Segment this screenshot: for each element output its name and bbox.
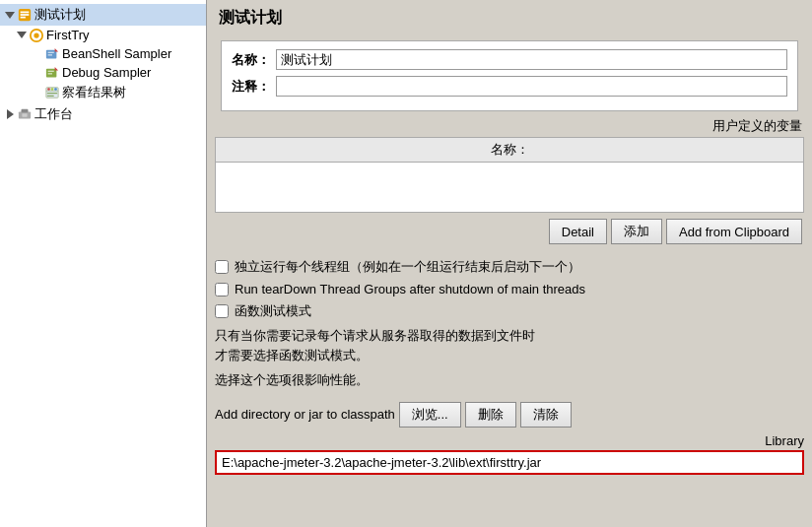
sidebar-item-resulttree-label: 察看结果树 — [62, 84, 126, 101]
svg-point-16 — [47, 88, 50, 91]
delete-button[interactable]: 删除 — [465, 402, 516, 428]
table-body — [216, 163, 803, 212]
plan-icon — [18, 8, 32, 22]
sidebar-item-testplan-label: 测试计划 — [34, 6, 86, 24]
classpath-label: Add directory or jar to classpath — [215, 407, 395, 422]
sidebar-item-beanshell[interactable]: BeanShell Sampler — [0, 44, 206, 63]
library-input[interactable] — [215, 450, 804, 475]
table-header-row: 名称： — [216, 138, 803, 163]
svg-marker-13 — [55, 66, 59, 70]
checkbox-row-1: 独立运行每个线程组（例如在一个组运行结束后启动下一个） — [215, 258, 804, 276]
user-defined-section: 用户定义的变量 名称： Detail 添加 Add from Clipboard — [215, 117, 804, 244]
resulttree-expand-placeholder — [32, 87, 43, 99]
name-label: 名称： — [232, 51, 276, 69]
svg-point-18 — [54, 88, 57, 91]
form-panel: 名称： 注释： — [221, 40, 798, 111]
detail-button[interactable]: Detail — [549, 219, 607, 244]
expand-testplan-icon — [4, 9, 16, 21]
description-text1: 只有当你需要记录每个请求从服务器取得的数据到文件时 才需要选择函数测试模式。 — [215, 326, 804, 364]
description-text3: 选择这个选项很影响性能。 — [215, 370, 804, 390]
svg-point-17 — [51, 88, 54, 91]
beanshell-expand-placeholder — [32, 48, 43, 60]
beanshell-icon — [45, 47, 59, 61]
expand-firsttry-icon — [16, 30, 28, 41]
svg-rect-19 — [47, 93, 58, 94]
checkbox-row-2: Run tearDown Thread Groups after shutdow… — [215, 282, 804, 296]
svg-rect-23 — [22, 113, 27, 117]
add-button[interactable]: 添加 — [611, 219, 662, 244]
user-defined-header: 用户定义的变量 — [215, 117, 804, 135]
svg-rect-1 — [21, 12, 30, 14]
sidebar-item-firsttry-label: FirstTry — [46, 28, 90, 42]
resulttree-icon — [45, 86, 59, 99]
name-input[interactable] — [276, 49, 787, 70]
content-area: 测试计划 名称： 注释： 用户定义的变量 名称： — [207, 0, 812, 527]
name-row: 名称： — [232, 49, 787, 70]
debug-icon — [45, 66, 59, 80]
checkbox-label-2: Run tearDown Thread Groups after shutdow… — [235, 282, 585, 296]
svg-rect-3 — [21, 17, 26, 19]
sidebar-item-testplan[interactable]: 测试计划 — [0, 4, 206, 26]
sidebar-item-resulttree[interactable]: 察看结果树 — [0, 82, 206, 103]
svg-point-5 — [34, 33, 38, 37]
sidebar-item-debug[interactable]: Debug Sampler — [0, 63, 206, 82]
variables-table: 名称： — [215, 137, 804, 213]
checkbox-independent-threads[interactable] — [215, 260, 229, 274]
table-buttons: Detail 添加 Add from Clipboard — [215, 219, 804, 244]
expand-workbench-icon — [4, 108, 16, 120]
sidebar-item-workbench-label: 工作台 — [34, 105, 73, 123]
svg-marker-9 — [55, 47, 59, 51]
page-title: 测试计划 — [219, 8, 800, 29]
sidebar: 测试计划 FirstTry — [0, 0, 207, 527]
svg-rect-22 — [22, 109, 29, 113]
checkbox-label-3: 函数测试模式 — [235, 302, 311, 320]
debug-expand-placeholder — [32, 67, 43, 79]
checkbox-label-1: 独立运行每个线程组（例如在一个组运行结束后启动下一个） — [235, 258, 580, 276]
checkbox-row-3: 函数测试模式 — [215, 302, 804, 320]
workbench-icon — [18, 107, 32, 121]
options-section: 独立运行每个线程组（例如在一个组运行结束后启动下一个） Run tearDown… — [215, 252, 804, 402]
sidebar-item-firsttry[interactable]: FirstTry — [0, 26, 206, 44]
classpath-row: Add directory or jar to classpath 浏览... … — [215, 402, 804, 428]
column-name: 名称： — [222, 141, 797, 159]
svg-rect-20 — [47, 96, 54, 97]
svg-rect-2 — [21, 14, 30, 16]
comment-row: 注释： — [232, 76, 787, 97]
clear-button[interactable]: 清除 — [520, 402, 572, 428]
comment-label: 注释： — [232, 78, 276, 96]
comment-input[interactable] — [276, 76, 787, 97]
library-section: Library — [215, 433, 804, 475]
browse-button[interactable]: 浏览... — [399, 402, 461, 428]
add-from-clipboard-button[interactable]: Add from Clipboard — [666, 219, 802, 244]
library-header: Library — [215, 433, 804, 448]
sidebar-item-beanshell-label: BeanShell Sampler — [62, 46, 171, 61]
checkbox-teardown[interactable] — [215, 283, 229, 296]
firsttry-icon — [30, 29, 43, 42]
sidebar-item-debug-label: Debug Sampler — [62, 65, 151, 80]
sidebar-item-workbench[interactable]: 工作台 — [0, 103, 206, 125]
checkbox-functional[interactable] — [215, 304, 229, 318]
